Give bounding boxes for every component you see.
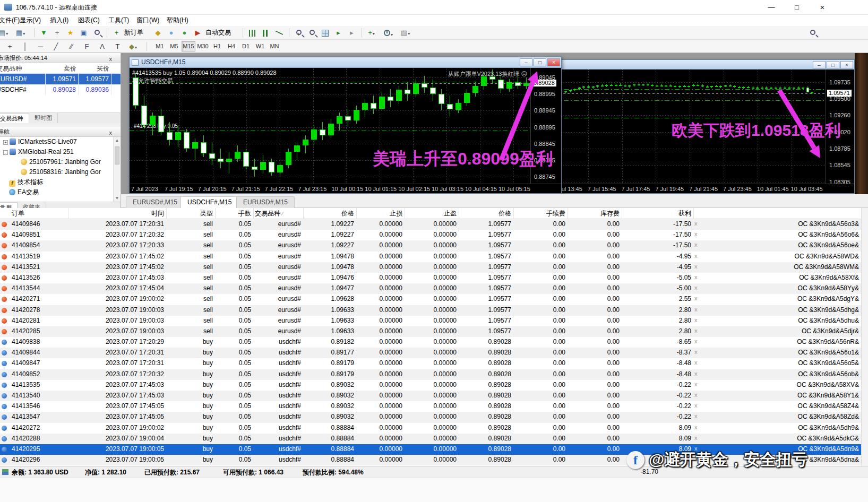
strategy-tester-icon[interactable]: [91, 27, 102, 38]
table-row[interactable]: 414135262023.07.07 17:45:03sell0.05eurus…: [0, 273, 868, 283]
crosshair-icon[interactable]: +: [4, 41, 15, 52]
close-order-icon[interactable]: x: [694, 241, 698, 248]
equidistant-channel-icon[interactable]: ⁄⁄: [66, 41, 77, 52]
close-order-icon[interactable]: x: [694, 284, 698, 291]
chart-tab-1[interactable]: USDCHF#,M15: [181, 196, 238, 209]
close-order-icon[interactable]: x: [694, 370, 698, 377]
autotrading-icon[interactable]: ▶: [192, 27, 203, 38]
timeframe-m5[interactable]: M5: [167, 41, 181, 51]
table-row[interactable]: 414135192023.07.07 17:45:02sell0.05eurus…: [0, 252, 868, 262]
market-watch-close-icon[interactable]: x: [109, 54, 113, 64]
col-header-price[interactable]: 价格: [499, 209, 511, 218]
chart-shift-icon[interactable]: ▸: [346, 27, 357, 38]
tab-tick-chart[interactable]: 即时图: [29, 113, 58, 123]
trendline-icon[interactable]: ╱: [50, 41, 62, 52]
close-order-icon[interactable]: x: [694, 349, 698, 355]
timeframe-h4[interactable]: H4: [225, 41, 238, 51]
timeframe-m30[interactable]: M30: [196, 41, 210, 51]
navigator-item[interactable]: 251058316: Jianbing Gor: [0, 167, 121, 177]
close-order-icon[interactable]: x: [694, 338, 698, 344]
rdp-maximize-button[interactable]: □: [785, 0, 809, 14]
templates-icon[interactable]: ▨▾: [400, 27, 411, 38]
menu-window[interactable]: 窗口(W): [134, 15, 161, 26]
col-header-swap[interactable]: 库存费: [600, 209, 620, 218]
zoom-in-icon[interactable]: +: [293, 27, 304, 38]
rdp-close-button[interactable]: ×: [810, 0, 835, 14]
tree-expander-icon[interactable]: +: [3, 140, 8, 145]
chart-tab-2[interactable]: EURUSD#,M15: [236, 196, 295, 208]
market-watch-row-usdchf[interactable]: USDCHF#0.890280.89036: [0, 84, 121, 95]
auto-scroll-icon[interactable]: ▸: [333, 27, 344, 38]
signals-icon[interactable]: ●: [179, 27, 190, 38]
indicators-list-icon[interactable]: +▾: [366, 27, 377, 38]
table-row[interactable]: 414202722023.07.07 19:00:02buy0.05usdchf…: [0, 423, 868, 434]
close-order-icon[interactable]: x: [694, 231, 698, 237]
new-chart-icon[interactable]: ▤▾: [0, 27, 9, 38]
navigator-item[interactable]: f技术指标: [0, 177, 121, 187]
navigator-item[interactable]: EA交易: [0, 187, 121, 197]
table-row[interactable]: 414098522023.07.07 17:20:32buy0.05usdchf…: [0, 369, 868, 380]
new-order-button-label[interactable]: 新订单: [124, 27, 143, 38]
search-icon[interactable]: [807, 27, 818, 38]
timeframe-mn[interactable]: MN: [268, 41, 281, 51]
col-header-order[interactable]: 订单: [12, 209, 24, 218]
table-row[interactable]: 414202712023.07.07 19:00:02sell0.05eurus…: [0, 294, 868, 305]
close-order-icon[interactable]: x: [694, 381, 698, 387]
tab-symbols[interactable]: 交易品种: [0, 113, 29, 123]
timeframe-h1[interactable]: H1: [210, 41, 224, 51]
navigator-close-icon[interactable]: x: [109, 128, 113, 137]
close-order-icon[interactable]: x: [694, 392, 698, 398]
mw-col-bid[interactable]: 卖价: [46, 63, 79, 73]
data-window-icon[interactable]: +: [51, 27, 63, 38]
text-icon[interactable]: A: [97, 41, 108, 52]
table-row[interactable]: 414202782023.07.07 19:00:03sell0.05eurus…: [0, 305, 868, 316]
col-header-type[interactable]: 类型: [200, 209, 213, 218]
tree-expander-icon[interactable]: -: [3, 150, 8, 155]
menu-insert[interactable]: 插入(I): [48, 15, 71, 26]
close-order-icon[interactable]: x: [694, 253, 698, 259]
close-order-icon[interactable]: x: [694, 435, 698, 441]
col-header-commission[interactable]: 手续费: [546, 209, 565, 218]
menu-help[interactable]: 帮助(H): [165, 15, 191, 26]
periods-icon[interactable]: ▾: [383, 27, 394, 38]
market-watch-row-eurusd[interactable]: EURUSD#1.095711.09577: [0, 74, 121, 84]
menu-charts[interactable]: 图表(C): [76, 15, 102, 26]
table-row[interactable]: 414098512023.07.07 17:20:32sell0.05eurus…: [0, 230, 868, 240]
mw-col-symbol[interactable]: 交易品种: [0, 63, 46, 73]
close-order-icon[interactable]: x: [694, 402, 698, 409]
menu-tools[interactable]: 工具(T): [106, 15, 131, 26]
window-minimize-button[interactable]: –: [520, 58, 532, 66]
table-row[interactable]: 414202882023.07.07 19:00:04buy0.05usdchf…: [0, 434, 868, 444]
candlestick-chart-icon[interactable]: [260, 27, 271, 38]
table-row[interactable]: 414098442023.07.07 17:20:31buy0.05usdchf…: [0, 348, 868, 358]
navigator-item[interactable]: +ICMarketsSC-Live07: [0, 137, 121, 147]
close-order-icon[interactable]: x: [694, 327, 698, 334]
text-label-icon[interactable]: T: [112, 41, 123, 52]
orders-table-scrollbar[interactable]: [861, 208, 868, 466]
close-order-icon[interactable]: x: [694, 424, 698, 430]
col-header-profit[interactable]: 获利: [678, 209, 691, 218]
timeframe-m15[interactable]: M15: [182, 41, 195, 51]
market-watch-icon[interactable]: ▼: [38, 27, 49, 38]
col-header-tp[interactable]: 止盈: [444, 209, 457, 218]
close-order-icon[interactable]: x: [694, 413, 698, 419]
vertical-line-icon[interactable]: │: [20, 41, 31, 52]
navigator-item[interactable]: 251057961: Jianbing Gor: [0, 157, 121, 167]
chart-window-usdchf[interactable]: USDCHF#,M15–□×#414 298 buy 0.05#41413535…: [129, 57, 562, 194]
market-icon[interactable]: ●: [166, 27, 177, 38]
fibonacci-icon[interactable]: F: [81, 41, 92, 52]
window-close-button[interactable]: ×: [547, 58, 560, 66]
table-row[interactable]: 414202852023.07.07 19:00:03sell0.05eurus…: [0, 326, 868, 337]
close-order-icon[interactable]: x: [694, 306, 698, 313]
time-axis[interactable]: 7 Jul 20237 Jul 19:157 Jul 20:157 Jul 21…: [130, 184, 561, 193]
table-row[interactable]: 414202812023.07.07 19:00:03sell0.05eurus…: [0, 316, 868, 326]
rdp-minimize-button[interactable]: —: [759, 0, 784, 14]
close-order-icon[interactable]: x: [694, 359, 698, 366]
close-order-icon[interactable]: x: [694, 263, 698, 270]
terminal-icon[interactable]: ▣: [78, 27, 89, 38]
table-row[interactable]: 414098382023.07.07 17:20:29buy0.05usdchf…: [0, 337, 868, 348]
col-header-time[interactable]: 时间: [151, 209, 164, 218]
col-header-symbol[interactable]: 交易品种 ∕: [255, 209, 283, 218]
tile-windows-icon[interactable]: [320, 27, 331, 38]
window-restore-button[interactable]: □: [827, 61, 839, 69]
